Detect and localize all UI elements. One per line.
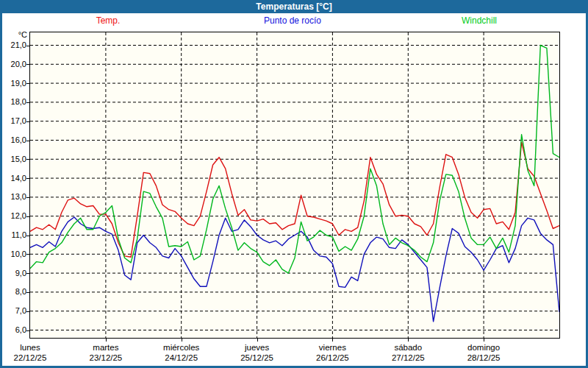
y-axis-tick-label: 15,0	[0, 155, 26, 163]
x-axis-date-label: 26/12/25	[299, 353, 365, 362]
y-axis-tick-label: 20,0	[0, 60, 26, 68]
x-axis-day-label: domingo	[451, 343, 517, 352]
x-axis-day-label: sábado	[375, 343, 441, 352]
legend-item-dew-point: Punto de rocío	[241, 15, 344, 27]
x-axis-date-label: 23/12/25	[73, 353, 139, 362]
x-axis-day-label: jueves	[224, 343, 290, 352]
y-axis-tick	[26, 273, 29, 274]
legend-item-temp: Temp.	[71, 15, 145, 27]
y-axis-tick	[26, 141, 29, 141]
y-axis-tick-label: 17,0	[0, 116, 26, 125]
chart-plot-area	[29, 32, 560, 339]
y-axis-tick-label: 10,0	[0, 250, 26, 258]
x-axis-day-label: martes	[73, 343, 139, 352]
y-axis-tick-label: 18,0	[0, 97, 26, 106]
y-axis-tick-label: 12,0	[0, 211, 26, 220]
y-axis-tick-label: 7,0	[0, 306, 26, 315]
y-axis-tick	[26, 83, 29, 84]
y-axis-tick	[26, 292, 29, 293]
x-axis-tick	[408, 339, 409, 342]
x-axis-tick	[484, 339, 484, 342]
y-axis-tick	[26, 159, 29, 160]
x-axis-tick	[106, 339, 107, 342]
y-axis-tick-label: 16,0	[0, 135, 26, 144]
y-axis-tick-label: 19,0	[0, 79, 26, 88]
x-axis-date-label: 25/12/25	[224, 353, 290, 362]
x-axis-date-label: 27/12/25	[375, 353, 441, 362]
legend-item-windchill: Windchill	[442, 15, 516, 27]
y-axis-tick	[26, 121, 29, 122]
y-axis-tick-label: 21,0	[0, 40, 26, 49]
y-axis-tick	[26, 46, 29, 46]
weather-chart-window: Temperaturas [°C] Temp. Punto de rocío W…	[0, 0, 588, 368]
x-axis-tick	[332, 339, 333, 342]
y-axis-tick	[26, 311, 29, 312]
y-axis-tick	[26, 102, 29, 103]
y-axis-tick-label: 13,0	[0, 192, 26, 201]
window-title-bar: Temperaturas [°C]	[0, 0, 588, 13]
y-axis-tick	[26, 236, 29, 236]
y-axis-tick	[26, 216, 29, 217]
y-axis-tick-label: 8,0	[0, 287, 26, 296]
chart-canvas	[30, 32, 559, 338]
x-axis-day-label: lunes	[0, 343, 63, 352]
x-axis-tick	[257, 339, 258, 342]
y-axis-tick-label: 14,0	[0, 174, 26, 183]
y-axis-tick	[26, 178, 29, 179]
x-axis-date-label: 24/12/25	[148, 353, 215, 362]
y-axis-tick-label: 6,0	[0, 325, 26, 334]
x-axis-tick	[182, 339, 182, 342]
y-axis-tick	[26, 254, 29, 255]
window-title: Temperaturas [°C]	[256, 1, 331, 12]
x-axis-day-label: viernes	[299, 343, 365, 352]
y-axis-tick	[26, 197, 29, 198]
y-axis-tick	[26, 64, 29, 65]
y-axis-tick-label: 11,0	[0, 230, 26, 239]
x-axis-date-label: 28/12/25	[451, 353, 517, 362]
x-axis-day-label: miércoles	[148, 343, 215, 352]
y-axis-tick	[26, 330, 29, 331]
dew_point-line	[30, 217, 559, 322]
x-axis-date-label: 22/12/25	[0, 353, 63, 362]
y-axis-unit-label: °C	[0, 30, 27, 39]
y-axis-tick-label: 9,0	[0, 269, 26, 277]
